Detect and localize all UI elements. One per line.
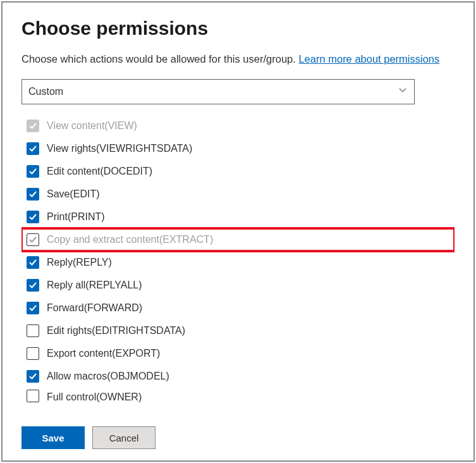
permission-label: Forward(FORWARD) [47,302,142,314]
permission-label: View content(VIEW) [47,120,137,132]
permission-row: Reply all(REPLYALL) [21,274,455,297]
permission-label: Copy and extract content(EXTRACT) [47,234,213,245]
permission-row: Copy and extract content(EXTRACT) [21,228,455,251]
footer: Save Cancel [21,416,455,449]
permission-level-select[interactable]: Custom [21,79,415,104]
permission-checkbox [27,120,39,132]
permission-checkbox[interactable] [27,279,39,292]
permission-checkbox[interactable] [27,324,39,337]
permission-label: Reply(REPLY) [47,257,112,268]
permission-checkbox[interactable] [27,370,39,383]
permission-row: Reply(REPLY) [21,251,455,274]
permission-checkbox[interactable] [27,165,39,178]
permission-checkbox[interactable] [27,142,39,155]
cancel-button[interactable]: Cancel [92,426,156,449]
permission-row: Allow macros(OBJMODEL) [21,365,455,388]
permission-level-select-wrap: Custom [21,79,415,104]
permission-checkbox[interactable] [27,390,39,402]
permission-checkbox[interactable] [27,188,39,201]
permission-row: Save(EDIT) [21,183,455,206]
permission-label: Allow macros(OBJMODEL) [47,371,169,382]
permission-label: View rights(VIEWRIGHTSDATA) [47,143,192,154]
permission-row: View rights(VIEWRIGHTSDATA) [21,137,455,160]
permission-label: Edit rights(EDITRIGHTSDATA) [47,325,185,336]
permission-label: Reply all(REPLYALL) [47,280,142,291]
description-body: Choose which actions would be allowed fo… [21,53,298,65]
permission-label: Print(PRINT) [47,211,105,223]
description-text: Choose which actions would be allowed fo… [21,52,455,66]
permission-label: Save(EDIT) [47,188,100,200]
learn-more-link[interactable]: Learn more about permissions [298,53,439,65]
save-button[interactable]: Save [21,426,85,449]
permissions-list: View content(VIEW)View rights(VIEWRIGHTS… [21,112,455,416]
permission-row: View content(VIEW) [21,114,455,137]
permission-checkbox[interactable] [27,347,39,360]
page-title: Choose permissions [21,18,455,39]
permissions-panel: Choose permissions Choose which actions … [1,1,475,462]
permission-label: Edit content(DOCEDIT) [47,166,152,177]
permission-checkbox[interactable] [27,302,39,314]
select-value: Custom [28,86,63,97]
permission-checkbox[interactable] [27,256,39,269]
permission-row: Forward(FORWARD) [21,297,455,319]
permission-row: Print(PRINT) [21,206,455,228]
permission-row: Edit content(DOCEDIT) [21,160,455,183]
permission-label: Export content(EXPORT) [47,348,160,359]
permission-row: Export content(EXPORT) [21,342,455,365]
permission-row: Edit rights(EDITRIGHTSDATA) [21,319,455,342]
permission-checkbox[interactable] [27,233,39,246]
permission-checkbox[interactable] [27,211,39,223]
permission-label: Full control(OWNER) [47,392,142,403]
permission-row: Full control(OWNER) [21,388,455,404]
